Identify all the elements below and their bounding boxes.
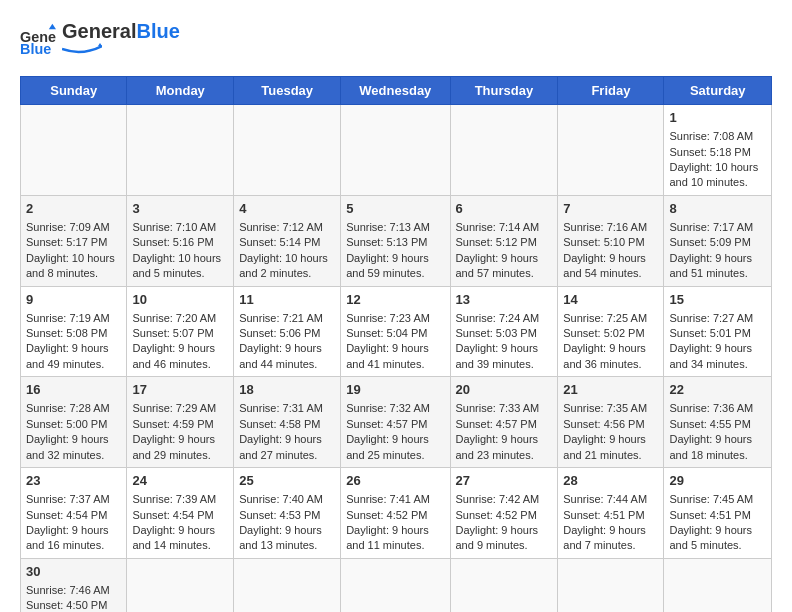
- day-info: Sunrise: 7:17 AM Sunset: 5:09 PM Dayligh…: [669, 221, 753, 279]
- empty-cell: [234, 558, 341, 612]
- day-cell-14: 14Sunrise: 7:25 AM Sunset: 5:02 PM Dayli…: [558, 286, 664, 377]
- logo: General Blue GeneralBlue: [20, 20, 180, 60]
- logo-blue: Blue: [136, 20, 179, 42]
- day-cell-8: 8Sunrise: 7:17 AM Sunset: 5:09 PM Daylig…: [664, 195, 772, 286]
- day-info: Sunrise: 7:27 AM Sunset: 5:01 PM Dayligh…: [669, 312, 753, 370]
- day-info: Sunrise: 7:25 AM Sunset: 5:02 PM Dayligh…: [563, 312, 647, 370]
- empty-cell: [234, 105, 341, 196]
- day-cell-15: 15Sunrise: 7:27 AM Sunset: 5:01 PM Dayli…: [664, 286, 772, 377]
- day-number: 22: [669, 381, 766, 399]
- calendar-table: SundayMondayTuesdayWednesdayThursdayFrid…: [20, 76, 772, 612]
- day-cell-16: 16Sunrise: 7:28 AM Sunset: 5:00 PM Dayli…: [21, 377, 127, 468]
- day-number: 16: [26, 381, 121, 399]
- day-number: 28: [563, 472, 658, 490]
- weekday-header-sunday: Sunday: [21, 77, 127, 105]
- day-cell-21: 21Sunrise: 7:35 AM Sunset: 4:56 PM Dayli…: [558, 377, 664, 468]
- day-cell-10: 10Sunrise: 7:20 AM Sunset: 5:07 PM Dayli…: [127, 286, 234, 377]
- day-number: 26: [346, 472, 444, 490]
- day-cell-22: 22Sunrise: 7:36 AM Sunset: 4:55 PM Dayli…: [664, 377, 772, 468]
- day-number: 10: [132, 291, 228, 309]
- empty-cell: [558, 558, 664, 612]
- weekday-header-saturday: Saturday: [664, 77, 772, 105]
- day-info: Sunrise: 7:21 AM Sunset: 5:06 PM Dayligh…: [239, 312, 323, 370]
- page-header: General Blue GeneralBlue: [20, 20, 772, 60]
- day-cell-13: 13Sunrise: 7:24 AM Sunset: 5:03 PM Dayli…: [450, 286, 558, 377]
- week-row-3: 9Sunrise: 7:19 AM Sunset: 5:08 PM Daylig…: [21, 286, 772, 377]
- day-cell-9: 9Sunrise: 7:19 AM Sunset: 5:08 PM Daylig…: [21, 286, 127, 377]
- weekday-header-thursday: Thursday: [450, 77, 558, 105]
- svg-marker-3: [98, 43, 102, 46]
- week-row-1: 1Sunrise: 7:08 AM Sunset: 5:18 PM Daylig…: [21, 105, 772, 196]
- day-info: Sunrise: 7:24 AM Sunset: 5:03 PM Dayligh…: [456, 312, 540, 370]
- day-info: Sunrise: 7:28 AM Sunset: 5:00 PM Dayligh…: [26, 402, 110, 460]
- day-info: Sunrise: 7:29 AM Sunset: 4:59 PM Dayligh…: [132, 402, 216, 460]
- day-info: Sunrise: 7:42 AM Sunset: 4:52 PM Dayligh…: [456, 493, 540, 551]
- empty-cell: [664, 558, 772, 612]
- day-number: 11: [239, 291, 335, 309]
- day-cell-29: 29Sunrise: 7:45 AM Sunset: 4:51 PM Dayli…: [664, 468, 772, 559]
- day-number: 24: [132, 472, 228, 490]
- day-cell-30: 30Sunrise: 7:46 AM Sunset: 4:50 PM Dayli…: [21, 558, 127, 612]
- empty-cell: [341, 558, 450, 612]
- day-number: 13: [456, 291, 553, 309]
- day-cell-12: 12Sunrise: 7:23 AM Sunset: 5:04 PM Dayli…: [341, 286, 450, 377]
- day-cell-24: 24Sunrise: 7:39 AM Sunset: 4:54 PM Dayli…: [127, 468, 234, 559]
- day-number: 20: [456, 381, 553, 399]
- day-cell-3: 3Sunrise: 7:10 AM Sunset: 5:16 PM Daylig…: [127, 195, 234, 286]
- day-info: Sunrise: 7:08 AM Sunset: 5:18 PM Dayligh…: [669, 130, 758, 188]
- logo-swoosh: [62, 42, 102, 56]
- day-cell-5: 5Sunrise: 7:13 AM Sunset: 5:13 PM Daylig…: [341, 195, 450, 286]
- day-cell-25: 25Sunrise: 7:40 AM Sunset: 4:53 PM Dayli…: [234, 468, 341, 559]
- day-info: Sunrise: 7:20 AM Sunset: 5:07 PM Dayligh…: [132, 312, 216, 370]
- day-number: 4: [239, 200, 335, 218]
- day-info: Sunrise: 7:36 AM Sunset: 4:55 PM Dayligh…: [669, 402, 753, 460]
- day-cell-20: 20Sunrise: 7:33 AM Sunset: 4:57 PM Dayli…: [450, 377, 558, 468]
- day-number: 8: [669, 200, 766, 218]
- day-cell-11: 11Sunrise: 7:21 AM Sunset: 5:06 PM Dayli…: [234, 286, 341, 377]
- day-cell-17: 17Sunrise: 7:29 AM Sunset: 4:59 PM Dayli…: [127, 377, 234, 468]
- day-cell-6: 6Sunrise: 7:14 AM Sunset: 5:12 PM Daylig…: [450, 195, 558, 286]
- week-row-2: 2Sunrise: 7:09 AM Sunset: 5:17 PM Daylig…: [21, 195, 772, 286]
- empty-cell: [127, 558, 234, 612]
- day-number: 9: [26, 291, 121, 309]
- empty-cell: [450, 105, 558, 196]
- weekday-header-monday: Monday: [127, 77, 234, 105]
- day-cell-26: 26Sunrise: 7:41 AM Sunset: 4:52 PM Dayli…: [341, 468, 450, 559]
- week-row-5: 23Sunrise: 7:37 AM Sunset: 4:54 PM Dayli…: [21, 468, 772, 559]
- day-info: Sunrise: 7:35 AM Sunset: 4:56 PM Dayligh…: [563, 402, 647, 460]
- empty-cell: [127, 105, 234, 196]
- day-info: Sunrise: 7:32 AM Sunset: 4:57 PM Dayligh…: [346, 402, 430, 460]
- day-number: 1: [669, 109, 766, 127]
- day-info: Sunrise: 7:13 AM Sunset: 5:13 PM Dayligh…: [346, 221, 430, 279]
- day-cell-7: 7Sunrise: 7:16 AM Sunset: 5:10 PM Daylig…: [558, 195, 664, 286]
- week-row-4: 16Sunrise: 7:28 AM Sunset: 5:00 PM Dayli…: [21, 377, 772, 468]
- day-info: Sunrise: 7:19 AM Sunset: 5:08 PM Dayligh…: [26, 312, 110, 370]
- day-info: Sunrise: 7:40 AM Sunset: 4:53 PM Dayligh…: [239, 493, 323, 551]
- day-info: Sunrise: 7:31 AM Sunset: 4:58 PM Dayligh…: [239, 402, 323, 460]
- logo-icon: General Blue: [20, 22, 56, 58]
- day-number: 19: [346, 381, 444, 399]
- day-number: 23: [26, 472, 121, 490]
- weekday-header-wednesday: Wednesday: [341, 77, 450, 105]
- day-number: 25: [239, 472, 335, 490]
- day-info: Sunrise: 7:41 AM Sunset: 4:52 PM Dayligh…: [346, 493, 430, 551]
- day-number: 12: [346, 291, 444, 309]
- day-cell-23: 23Sunrise: 7:37 AM Sunset: 4:54 PM Dayli…: [21, 468, 127, 559]
- day-number: 7: [563, 200, 658, 218]
- empty-cell: [450, 558, 558, 612]
- day-number: 6: [456, 200, 553, 218]
- day-cell-4: 4Sunrise: 7:12 AM Sunset: 5:14 PM Daylig…: [234, 195, 341, 286]
- day-info: Sunrise: 7:12 AM Sunset: 5:14 PM Dayligh…: [239, 221, 328, 279]
- day-number: 17: [132, 381, 228, 399]
- day-cell-19: 19Sunrise: 7:32 AM Sunset: 4:57 PM Dayli…: [341, 377, 450, 468]
- day-info: Sunrise: 7:37 AM Sunset: 4:54 PM Dayligh…: [26, 493, 110, 551]
- weekday-header-row: SundayMondayTuesdayWednesdayThursdayFrid…: [21, 77, 772, 105]
- day-cell-1: 1Sunrise: 7:08 AM Sunset: 5:18 PM Daylig…: [664, 105, 772, 196]
- day-number: 18: [239, 381, 335, 399]
- day-cell-2: 2Sunrise: 7:09 AM Sunset: 5:17 PM Daylig…: [21, 195, 127, 286]
- day-info: Sunrise: 7:46 AM Sunset: 4:50 PM Dayligh…: [26, 584, 110, 612]
- weekday-header-tuesday: Tuesday: [234, 77, 341, 105]
- day-info: Sunrise: 7:33 AM Sunset: 4:57 PM Dayligh…: [456, 402, 540, 460]
- day-number: 29: [669, 472, 766, 490]
- day-info: Sunrise: 7:10 AM Sunset: 5:16 PM Dayligh…: [132, 221, 221, 279]
